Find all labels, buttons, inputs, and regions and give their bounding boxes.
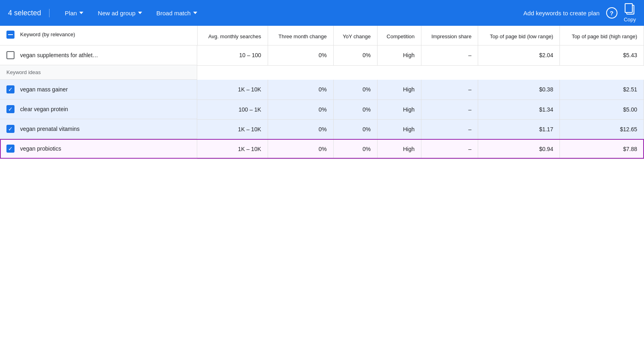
seed-checkbox[interactable] (6, 51, 14, 59)
row-checkbox[interactable]: ✓ (6, 125, 14, 133)
keyword-cell: ✓ vegan prenatal vitamins (0, 119, 197, 139)
top-bid-low-cell: $0.94 (478, 139, 560, 159)
yoy-cell: 0% (333, 119, 377, 139)
impression-col-header: Impres­sion share (421, 26, 478, 46)
checkmark-icon: ✓ (8, 146, 13, 151)
new-ad-group-button[interactable]: New ad group (91, 6, 149, 20)
new-ad-group-label: New ad group (98, 10, 135, 17)
avg-monthly-cell: 100 – 1K (197, 99, 268, 119)
impression-cell: – (421, 119, 478, 139)
yoy-col-header: YoY change (333, 26, 377, 46)
seed-top-bid-high: $5.43 (560, 46, 644, 66)
impression-cell: – (421, 80, 478, 99)
keyword-cell: ✓ vegan mass gainer (0, 80, 197, 99)
top-bid-high-cell: $12.65 (560, 119, 644, 139)
avg-monthly-col-header: Avg. monthly searches (197, 26, 268, 46)
help-icon: ? (610, 10, 613, 17)
seed-keyword-text: vegan supplements for athlet… (20, 52, 98, 58)
table-row: ✓ clear vegan protein 100 – 1K 0% 0% Hig… (0, 99, 644, 119)
seed-impression: – (421, 46, 478, 66)
plan-button[interactable]: Plan (58, 6, 91, 20)
seed-keyword-cell: vegan supplements for athlet… (0, 46, 197, 65)
keyword-cell: ✓ clear vegan protein (0, 99, 197, 119)
seed-three-month: 0% (268, 46, 333, 66)
avg-monthly-cell: 1K – 10K (197, 80, 268, 99)
copy-label: Copy (624, 17, 636, 23)
add-keywords-button[interactable]: Add keywords to create plan (523, 10, 599, 17)
top-bid-high-cell: $2.51 (560, 80, 644, 99)
competition-cell: High (377, 80, 421, 99)
table-header-row: Keyword (by relevance) Avg. monthly sear… (0, 26, 644, 46)
top-bid-high-cell: $7.88 (560, 139, 644, 159)
section-header-row: Keyword ideas (0, 65, 644, 80)
three-month-cell: 0% (268, 139, 333, 159)
top-bid-high-col-header: Top of page bid (high range) (560, 26, 644, 46)
top-bid-high-cell: $5.00 (560, 99, 644, 119)
row-checkbox[interactable]: ✓ (6, 85, 14, 93)
impression-cell: – (421, 99, 478, 119)
three-month-cell: 0% (268, 80, 333, 99)
keyword-cell: ✓ vegan probiotics (0, 139, 197, 159)
competition-cell: High (377, 119, 421, 139)
help-button[interactable]: ? (606, 7, 617, 19)
avg-monthly-cell: 1K – 10K (197, 139, 268, 159)
competition-cell: High (377, 139, 421, 159)
broad-match-label: Broad match (157, 10, 191, 17)
seed-top-bid-low: $2.04 (478, 46, 560, 66)
keyword-text: vegan probiotics (20, 145, 61, 152)
row-checkbox[interactable]: ✓ (6, 105, 14, 113)
avg-monthly-cell: 1K – 10K (197, 119, 268, 139)
keyword-column-header: Keyword (by relevance) (0, 26, 197, 46)
checkmark-icon: ✓ (8, 87, 13, 92)
plan-label: Plan (65, 10, 77, 17)
top-bid-low-cell: $1.17 (478, 119, 560, 139)
keyword-text: vegan prenatal vitamins (20, 126, 80, 132)
top-bid-low-cell: $1.34 (478, 99, 560, 119)
toolbar: 4 selected Plan New ad group Broad match… (0, 0, 644, 26)
seed-row: vegan supplements for athlet… 10 – 100 0… (0, 46, 644, 66)
seed-yoy: 0% (333, 46, 377, 66)
broad-match-button[interactable]: Broad match (149, 6, 204, 20)
table-row: ✓ vegan mass gainer 1K – 10K 0% 0% High … (0, 80, 644, 99)
keyword-text: vegan mass gainer (20, 86, 68, 93)
broad-match-chevron-icon (193, 12, 197, 14)
seed-competition: High (377, 46, 421, 66)
selected-count: 4 selected (8, 9, 50, 17)
minus-icon (8, 34, 13, 35)
row-checkbox[interactable]: ✓ (6, 145, 14, 153)
three-month-cell: 0% (268, 119, 333, 139)
copy-icon (625, 3, 635, 15)
keyword-text: clear vegan protein (20, 106, 68, 112)
new-ad-group-chevron-icon (138, 12, 142, 14)
yoy-cell: 0% (333, 80, 377, 99)
table-row: ✓ vegan probiotics 1K – 10K 0% 0% High –… (0, 139, 644, 159)
keyword-col-label: Keyword (by relevance) (20, 31, 75, 38)
keywords-table: Keyword (by relevance) Avg. monthly sear… (0, 26, 644, 159)
three-month-col-header: Three month change (268, 26, 333, 46)
copy-button[interactable]: Copy (624, 3, 636, 23)
top-bid-low-col-header: Top of page bid (low range) (478, 26, 560, 46)
seed-avg-monthly: 10 – 100 (197, 46, 268, 66)
checkmark-icon: ✓ (8, 126, 13, 132)
competition-col-header: Compe­tition (377, 26, 421, 46)
yoy-cell: 0% (333, 139, 377, 159)
plan-chevron-icon (79, 12, 83, 14)
impression-cell: – (421, 139, 478, 159)
three-month-cell: 0% (268, 99, 333, 119)
competition-cell: High (377, 99, 421, 119)
select-all-checkbox[interactable] (6, 31, 14, 39)
table-row: ✓ vegan prenatal vitamins 1K – 10K 0% 0%… (0, 119, 644, 139)
keywords-table-wrapper: Keyword (by relevance) Avg. monthly sear… (0, 26, 644, 159)
checkmark-icon: ✓ (8, 106, 13, 112)
section-header-cell: Keyword ideas (0, 65, 197, 80)
yoy-cell: 0% (333, 99, 377, 119)
top-bid-low-cell: $0.38 (478, 80, 560, 99)
